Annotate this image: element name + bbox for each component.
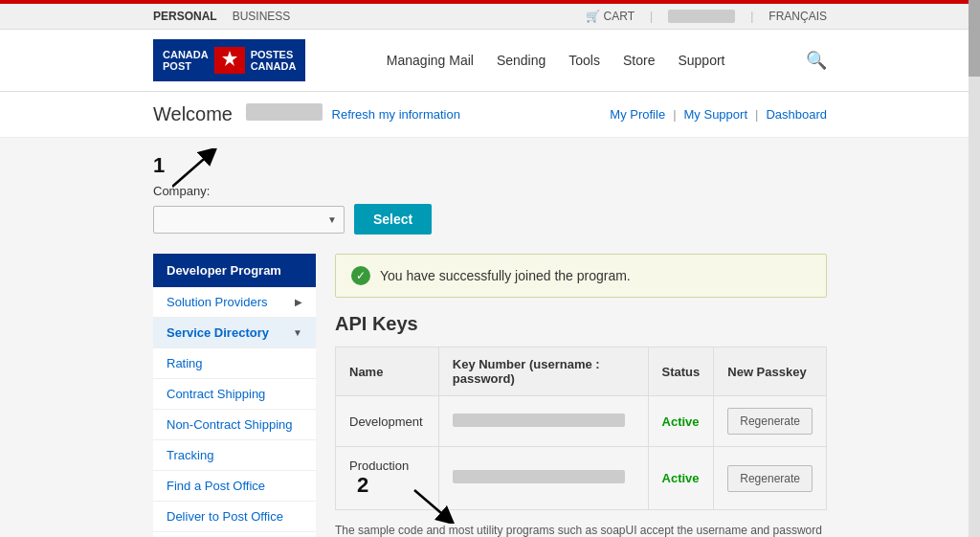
user-name-placeholder	[668, 10, 735, 23]
logo-canada-fr: CANADA	[251, 60, 297, 72]
dev-passkey-cell: Regenerate	[714, 396, 827, 447]
sidebar-service-directory-label: Service Directory	[167, 325, 269, 340]
success-icon: ✓	[351, 266, 370, 285]
logo-flag-icon	[214, 47, 245, 74]
business-tab[interactable]: BUSINESS	[233, 10, 291, 23]
welcome-left: Welcome Refresh my information	[153, 103, 460, 125]
welcome-user-name	[246, 103, 323, 121]
refresh-link[interactable]: Refresh my information	[332, 107, 460, 122]
table-row: Production 2	[336, 447, 827, 510]
sidebar-item-deliver-post-office[interactable]: Deliver to Post Office	[153, 502, 316, 532]
sidebar-item-service-directory[interactable]: Service Directory ▼	[153, 318, 316, 348]
personal-tab[interactable]: PERSONAL	[153, 10, 217, 23]
prod-passkey-cell: Regenerate	[714, 447, 827, 510]
site-header: CANADA POST POSTES CANADA Managing Mail …	[0, 30, 980, 92]
scrollbar[interactable]	[969, 0, 980, 537]
sidebar-header: Developer Program	[153, 254, 316, 287]
sidebar-item-non-contract-shipping[interactable]: Non-Contract Shipping	[153, 410, 316, 440]
content-wrapper: Developer Program Solution Providers ▶ S…	[153, 254, 827, 537]
welcome-right: My Profile | My Support | Dashboard	[610, 107, 827, 122]
chevron-down-icon: ▼	[293, 327, 302, 338]
scrollbar-thumb[interactable]	[969, 0, 980, 77]
col-status: Status	[648, 347, 714, 396]
svg-line-2	[172, 153, 211, 187]
company-section: 1 Company:	[153, 153, 827, 235]
main-panel: ✓ You have successfully joined the progr…	[316, 254, 827, 537]
info-paragraph: The sample code and most utility program…	[335, 522, 827, 537]
prod-key-placeholder	[453, 470, 625, 483]
dev-regenerate-button[interactable]: Regenerate	[727, 408, 813, 435]
dev-status: Active	[648, 396, 714, 447]
sidebar-item-pickup[interactable]: Pickup	[153, 532, 316, 537]
sidebar-item-contract-shipping[interactable]: Contract Shipping	[153, 379, 316, 410]
nav-support[interactable]: Support	[678, 53, 724, 68]
company-label: Company:	[153, 184, 827, 198]
main-navigation: Managing Mail Sending Tools Store Suppor…	[387, 53, 725, 68]
dev-name: Development	[336, 396, 439, 447]
top-nav-left: PERSONAL BUSINESS	[153, 10, 290, 23]
top-nav-right: 🛒 CART | | FRANÇAIS	[586, 10, 827, 23]
sidebar-item-rating[interactable]: Rating	[153, 348, 316, 379]
svg-line-4	[414, 490, 448, 519]
sidebar-item-solution-providers[interactable]: Solution Providers ▶	[153, 287, 316, 318]
sidebar-deliver-post-office-label: Deliver to Post Office	[167, 509, 283, 524]
logo-canada: CANADA	[163, 49, 209, 60]
col-key-number: Key Number (username : password)	[438, 347, 648, 396]
sidebar: Developer Program Solution Providers ▶ S…	[153, 254, 316, 537]
sidebar-tracking-label: Tracking	[167, 448, 213, 462]
api-keys-table: Name Key Number (username : password) St…	[335, 347, 827, 510]
search-icon[interactable]: 🔍	[806, 50, 827, 71]
sidebar-contract-shipping-label: Contract Shipping	[167, 387, 265, 401]
col-new-passkey: New Passkey	[714, 347, 827, 396]
logo-post: POST	[163, 60, 191, 72]
my-support-link[interactable]: My Support	[684, 107, 747, 122]
sidebar-find-post-office-label: Find a Post Office	[167, 479, 265, 493]
cart-icon: 🛒	[586, 10, 600, 23]
prod-name: Production 2	[336, 447, 439, 510]
prod-regenerate-button[interactable]: Regenerate	[727, 465, 813, 492]
prod-status-badge: Active	[662, 471, 700, 485]
nav-sending[interactable]: Sending	[497, 53, 546, 68]
company-select-wrapper: ▼	[153, 206, 345, 234]
nav-tools[interactable]: Tools	[568, 53, 600, 68]
company-select[interactable]	[153, 206, 345, 234]
sidebar-rating-label: Rating	[167, 356, 203, 370]
col-name: Name	[336, 347, 439, 396]
top-navigation: PERSONAL BUSINESS 🛒 CART | | FRANÇAIS	[0, 4, 980, 30]
step-2-number: 2	[357, 473, 368, 497]
dev-key	[438, 396, 648, 447]
cart-label: CART	[604, 10, 635, 23]
nav-store[interactable]: Store	[623, 53, 655, 68]
step-1-number: 1	[153, 153, 165, 177]
success-banner: ✓ You have successfully joined the progr…	[335, 254, 827, 298]
step-2-arrow	[410, 485, 457, 524]
dev-status-badge: Active	[662, 414, 700, 429]
info-text: The sample code and most utility program…	[335, 522, 827, 537]
dashboard-link[interactable]: Dashboard	[766, 107, 827, 122]
prod-key	[438, 447, 648, 510]
nav-managing-mail[interactable]: Managing Mail	[387, 53, 474, 68]
sidebar-solution-providers-label: Solution Providers	[167, 295, 268, 309]
prod-status: Active	[648, 447, 714, 510]
select-button[interactable]: Select	[354, 204, 432, 235]
sidebar-non-contract-shipping-label: Non-Contract Shipping	[167, 417, 293, 432]
logo[interactable]: CANADA POST POSTES CANADA	[153, 39, 305, 81]
main-content: 1 Company:	[0, 138, 980, 537]
company-row: ▼ Select	[153, 204, 827, 235]
logo-box: CANADA POST POSTES CANADA	[153, 39, 305, 81]
chevron-right-icon: ▶	[295, 297, 302, 307]
welcome-bar: Welcome Refresh my information My Profil…	[0, 92, 980, 138]
cart-area[interactable]: 🛒 CART	[586, 10, 635, 23]
api-keys-title: API Keys	[335, 313, 827, 335]
welcome-text: Welcome	[153, 103, 323, 125]
success-message: You have successfully joined the program…	[380, 268, 631, 283]
welcome-label: Welcome	[153, 103, 233, 124]
my-profile-link[interactable]: My Profile	[610, 107, 665, 122]
language-toggle[interactable]: FRANÇAIS	[768, 10, 827, 23]
dev-key-placeholder	[453, 414, 625, 427]
table-row: Development Active Regenerate	[336, 396, 827, 447]
logo-postes: POSTES	[251, 49, 294, 60]
sidebar-item-tracking[interactable]: Tracking	[153, 440, 316, 471]
step-1-arrow	[172, 148, 230, 196]
sidebar-item-find-post-office[interactable]: Find a Post Office	[153, 471, 316, 502]
